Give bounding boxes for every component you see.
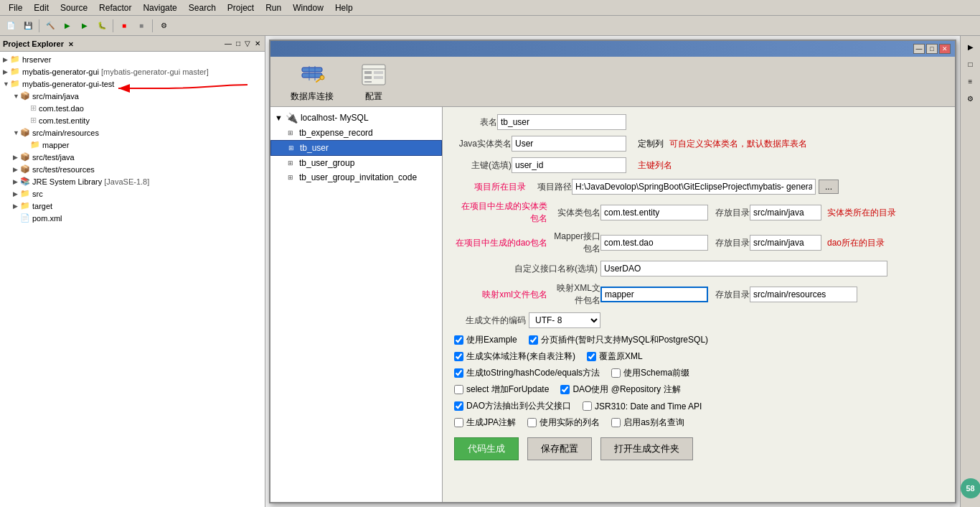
toolbar-debug[interactable]: 🐛 [94, 18, 110, 34]
project-path-browse-btn[interactable]: ... [819, 180, 839, 194]
menu-source[interactable]: Source [55, 3, 93, 13]
toolbar-stop2[interactable]: ■ [133, 18, 149, 34]
db-table-tb-expense-record[interactable]: ⊞ tb_expense_record [270, 126, 442, 140]
menu-refactor[interactable]: Refactor [93, 3, 137, 13]
dialog-minimize-btn[interactable]: — [913, 44, 925, 54]
tree-label-com-test-dao: com.test.dao [39, 104, 84, 113]
menu-edit[interactable]: Edit [28, 3, 55, 13]
menu-window[interactable]: Window [287, 3, 329, 13]
dialog-close-btn[interactable]: ✕ [939, 44, 951, 54]
generate-code-btn[interactable]: 代码生成 [454, 437, 519, 460]
checkbox-use-example[interactable]: 使用Example [454, 334, 517, 346]
toolbar-settings[interactable]: ⚙ [156, 18, 171, 34]
checkbox-actual-col-input[interactable] [527, 418, 537, 427]
dialog-maximize-btn[interactable]: □ [926, 44, 938, 54]
checkbox-dao-parent-input[interactable] [454, 401, 463, 411]
db-connection-node[interactable]: ▼ 🔌 localhost- MySQL [270, 110, 442, 126]
menu-run[interactable]: Run [260, 3, 287, 13]
checkbox-entity-comment[interactable]: 生成实体域注释(来自表注释) [454, 350, 575, 363]
checkbox-actual-col[interactable]: 使用实际的列名 [527, 417, 600, 429]
tree-item-hrserver[interactable]: ▶ 📁 hrserver [0, 53, 265, 65]
tree-item-com-test-entity[interactable]: ⊞ com.test.entity [0, 114, 265, 126]
checkbox-tostring[interactable]: 生成toString/hashCode/equals方法 [454, 367, 600, 379]
tree-item-src[interactable]: ▶ 📁 src [0, 187, 265, 200]
db-connect-button[interactable]: 数据库连接 [285, 57, 339, 106]
checkbox-repository[interactable]: DAO使用 @Repository 注解 [560, 383, 680, 396]
file-encoding-select[interactable]: UTF- 8 GBK [529, 312, 600, 328]
dao-pkg-dir-input[interactable] [750, 235, 821, 251]
tree-item-src-main-resources[interactable]: ▼ 📦 src/main/resources [0, 126, 265, 139]
sidebar-btn-bottom[interactable]: 58 [961, 478, 981, 498]
tree-item-mybatis-gen-gui[interactable]: ▶ 📁 mybatis-generator-gui [mybatis-gener… [0, 65, 265, 78]
checkbox-alias-query-input[interactable] [611, 418, 621, 427]
tree-item-src-test-java[interactable]: ▶ 📦 src/test/java [0, 151, 265, 163]
checkbox-jpa[interactable]: 生成JPA注解 [454, 417, 516, 429]
tree-item-pom[interactable]: 📄 pom.xml [0, 212, 265, 224]
tree-item-com-test-dao[interactable]: ⊞ com.test.dao [0, 102, 265, 114]
checkbox-dao-parent[interactable]: DAO方法抽出到公共父接口 [454, 400, 571, 412]
toolbar-sep3 [152, 19, 153, 32]
panel-minimize[interactable]: — [223, 39, 233, 48]
menu-help[interactable]: Help [329, 3, 359, 13]
checkbox-pagination-input[interactable] [529, 335, 538, 345]
main-toolbar: 📄 💾 🔨 ▶ ▶ 🐛 ■ ■ ⚙ [0, 16, 980, 36]
db-table-tb-user[interactable]: ⊞ tb_user [270, 140, 442, 156]
sidebar-btn-4[interactable]: ⚙ [963, 90, 979, 106]
tree-item-mybatis-gen-test[interactable]: ▼ 📁 mybatis-generator-gui-test [0, 78, 265, 90]
config-button[interactable]: 配置 [354, 57, 394, 106]
primary-key-input[interactable] [512, 157, 626, 173]
xml-pkg-dir-input[interactable] [750, 287, 857, 302]
checkbox-pagination[interactable]: 分页插件(暂时只支持MySQL和PostgreSQL) [529, 334, 708, 346]
xml-pkg-input[interactable] [600, 287, 708, 302]
entity-pkg-input[interactable] [600, 205, 708, 220]
project-path-input[interactable] [572, 179, 816, 195]
tree-item-src-test-resources[interactable]: ▶ 📦 src/test/resources [0, 163, 265, 175]
checkbox-entity-comment-input[interactable] [454, 352, 463, 361]
tree-item-target[interactable]: ▶ 📁 target [0, 200, 265, 212]
interface-name-input[interactable] [600, 261, 887, 276]
tree-item-jre[interactable]: ▶ 📚 JRE System Library [JavaSE-1.8] [0, 175, 265, 187]
menu-project[interactable]: Project [222, 3, 260, 13]
checkbox-for-update[interactable]: select 增加ForUpdate [454, 383, 549, 396]
checkbox-for-update-input[interactable] [454, 385, 463, 394]
menu-navigate[interactable]: Navigate [137, 3, 182, 13]
panel-close[interactable]: ✕ [253, 39, 262, 48]
tree-item-src-main-java[interactable]: ▼ 📦 src/main/java [0, 90, 265, 102]
tree-label-src-main-java: src/main/java [32, 92, 79, 101]
tree-item-mapper[interactable]: 📁 mapper [0, 139, 265, 151]
menu-file[interactable]: File [3, 3, 28, 13]
toolbar-run[interactable]: ▶ [60, 18, 75, 34]
open-folder-btn[interactable]: 打开生成文件夹 [600, 437, 693, 460]
save-config-btn[interactable]: 保存配置 [527, 437, 592, 460]
panel-maximize[interactable]: □ [235, 39, 242, 48]
toolbar-stop[interactable]: ■ [116, 18, 132, 34]
panel-menu[interactable]: ▽ [243, 39, 252, 48]
checkbox-overwrite-xml[interactable]: 覆盖原XML [587, 350, 643, 363]
dao-pkg-input[interactable] [600, 235, 708, 251]
sidebar-btn-2[interactable]: □ [963, 56, 979, 72]
checkbox-overwrite-xml-input[interactable] [587, 352, 596, 361]
checkbox-repository-input[interactable] [560, 385, 570, 394]
checkbox-alias-query[interactable]: 启用as别名查询 [611, 417, 684, 429]
checkbox-schema-prefix-input[interactable] [611, 368, 621, 378]
db-table-tb-user-group[interactable]: ⊞ tb_user_group [270, 156, 442, 170]
sidebar-btn-1[interactable]: ▶ [963, 39, 979, 55]
checkbox-for-update-label: select 增加ForUpdate [466, 383, 549, 396]
checkbox-jsr310-input[interactable] [583, 401, 592, 411]
checkbox-jpa-input[interactable] [454, 418, 463, 427]
toolbar-build[interactable]: 🔨 [42, 18, 58, 34]
checkbox-jsr310[interactable]: JSR310: Date and Time API [583, 401, 702, 411]
checkbox-jpa-label: 生成JPA注解 [466, 417, 516, 429]
db-table-tb-user-group-invite[interactable]: ⊞ tb_user_group_invitation_code [270, 170, 442, 185]
menu-search[interactable]: Search [183, 3, 222, 13]
checkbox-tostring-input[interactable] [454, 368, 463, 378]
toolbar-new[interactable]: 📄 [3, 18, 19, 34]
entity-pkg-dir-input[interactable] [750, 205, 821, 220]
checkbox-use-example-input[interactable] [454, 335, 463, 345]
checkbox-schema-prefix[interactable]: 使用Schema前缀 [611, 367, 689, 379]
entity-name-input[interactable] [512, 136, 626, 152]
sidebar-btn-3[interactable]: ≡ [963, 73, 979, 89]
toolbar-run2[interactable]: ▶ [77, 18, 93, 34]
toolbar-save[interactable]: 💾 [20, 18, 36, 34]
table-name-input[interactable] [497, 114, 626, 130]
